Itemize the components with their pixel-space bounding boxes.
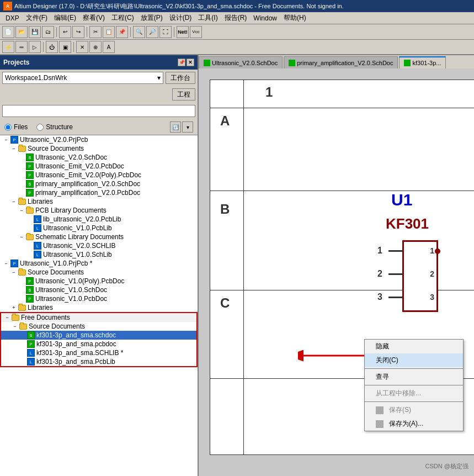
schematic-area[interactable]: 1 A B C [199,68,474,476]
file-tree[interactable]: − P Ultrasonic_V2.0.PrjPcb − Source Docu… [0,135,198,476]
context-menu-remove[interactable]: 从工程中移除... [365,387,463,400]
radio-files-label[interactable]: Files [4,123,28,131]
kf301-pcbdoc-item[interactable]: P kf301-3p_and_sma.pcbdoc [1,340,196,348]
source-docs-2-folder[interactable]: − Source Documents [0,268,198,277]
power-btn[interactable]: ⏻ [46,41,58,53]
refresh-btn[interactable]: 🔃 [170,121,181,133]
source-docs-2-expand[interactable]: − [10,268,18,276]
net-btn[interactable]: Net! [177,26,189,38]
radio-structure[interactable] [36,124,44,131]
pcb-lib-expand[interactable]: − [18,207,25,214]
free-documents-section: − Free Documents − Source Documents S kf… [0,312,198,367]
menu-window[interactable]: Window [250,13,280,23]
free-source-docs-folder[interactable]: − Source Documents [1,322,196,331]
kf301-schdoc-item[interactable]: S kf301-3p_and_sma.schdoc [1,331,196,340]
save-btn[interactable]: 💾 [29,26,41,38]
emit-pcb-item[interactable]: P Ultrasonic_Emit_V2.0.PcbDoc [0,162,198,171]
port-btn[interactable]: ▷ [29,41,41,53]
wire-btn[interactable]: ⚡ [2,41,14,53]
v1-poly-pcb-item[interactable]: P Ultrasonic_V1.0(Poly).PcbDoc [0,277,198,285]
menu-design[interactable]: 设计(D) [166,12,195,24]
source-docs-1-folder[interactable]: − Source Documents [0,144,198,153]
new-btn[interactable]: 📄 [2,26,14,38]
project2-item[interactable]: − P Ultrasonic_V1.0.PrjPcb * [0,259,198,268]
free-source-docs-expand[interactable]: − [11,322,19,330]
copy-btn[interactable]: 📋 [103,26,115,38]
v1-sch-item[interactable]: S Ultrasonic_V1.0.SchDoc [0,285,198,294]
kf301-schlib-item[interactable]: L kf301-3p_and_sma.SCHLIB * [1,348,196,357]
free-docs-item[interactable]: − Free Documents [1,313,196,322]
project-btn[interactable]: 工程 [172,88,195,101]
vcc-btn[interactable]: Vcc [190,26,202,38]
panel-pin-btn[interactable]: 📌 [178,59,185,66]
libs-2-folder[interactable]: + Libraries [0,303,198,312]
menu-dxp[interactable]: DXP [2,13,23,23]
cross-btn[interactable]: ✕ [76,41,88,53]
primary-pcb-icon: P [25,189,34,197]
menu-view[interactable]: 察看(V) [79,12,108,24]
emit-poly-pcb-item[interactable]: P Ultrasonic_Emit_V2.0(Poly).PcbDoc [0,171,198,179]
kf301-pcblib-item[interactable]: L kf301-3p_and_sma.PcbLib [1,357,196,366]
redo-btn[interactable]: ↪ [72,26,84,38]
panel-header-actions: 📌 ✕ [178,59,194,66]
menu-project[interactable]: 工程(C) [108,12,137,24]
pcb-lib-folder[interactable]: − PCB Library Documents [0,206,198,215]
sch-lib-expand[interactable]: − [18,233,25,241]
cut-btn[interactable]: ✂ [89,26,102,38]
project1-item[interactable]: − P Ultrasonic_V2.0.PrjPcb [0,135,198,144]
primary-sch-item[interactable]: S primary_amplification_V2.0.SchDoc [0,179,198,188]
ultra-v2-schlib-expand [25,242,33,250]
menu-file[interactable]: 文件(F) [23,12,51,24]
zoom-out-btn[interactable]: 🔎 [146,26,158,38]
libs-1-folder[interactable]: − Libraries [0,197,198,206]
sch-v2-item[interactable]: S Ultrasonic_V2.0.SchDoc [0,153,198,162]
radio-files[interactable] [4,124,12,131]
menu-edit[interactable]: 编辑(E) [51,12,79,24]
workspace-btn[interactable]: 工作台 [166,72,195,84]
context-menu-find[interactable]: 查寻 [365,370,463,384]
settings-btn[interactable]: ▾ [182,121,193,133]
libs-2-icon [18,304,26,311]
paste-btn[interactable]: 📌 [116,26,128,38]
context-menu-save[interactable]: 保存(S) [365,403,463,417]
tab-primary[interactable]: primary_amplification_V2.0.SchDoc [284,56,398,68]
project1-expand[interactable]: − [2,136,10,144]
v1-pcb-item[interactable]: P Ultrasonic_V1.0.PcbDoc [0,294,198,303]
comp-btn[interactable]: ▣ [59,41,71,53]
tab-kf301[interactable]: kf301-3p... [399,56,446,68]
radio-structure-label[interactable]: Structure [36,123,73,131]
bus-btn[interactable]: ═ [15,41,28,53]
search-input[interactable] [2,105,195,117]
junc-btn[interactable]: ⊕ [89,41,102,53]
pin-line-l3 [388,297,402,298]
workspace-dropdown[interactable]: Workspace1.DsnWrk ▾ [2,72,163,84]
tab-ultrasonic-v2[interactable]: Ultrasonic_V2.0.SchDoc [199,56,283,68]
vert-div-1 [243,80,244,454]
source-docs-1-expand[interactable]: − [10,145,18,152]
panel-close-btn[interactable]: ✕ [187,59,194,66]
saveall-btn[interactable]: 🗂 [42,26,54,38]
fit-btn[interactable]: ⛶ [159,26,172,38]
menu-help[interactable]: 帮助(H) [280,12,310,24]
ultra-v1-pcblib-item[interactable]: L Ultrasonic_V1.0.PcbLib [0,224,198,232]
libs-2-expand[interactable]: + [10,304,18,311]
free-docs-expand[interactable]: − [3,314,11,321]
menu-place[interactable]: 放置(P) [137,12,166,24]
project2-expand[interactable]: − [2,260,10,267]
ultra-v1-schlib-item[interactable]: L Ultrasonic_V1.0.SchLib [0,250,198,259]
ultra-v1-pcblib-expand [25,224,33,232]
open-btn[interactable]: 📂 [15,26,28,38]
libs-1-expand[interactable]: − [10,198,18,205]
label-btn[interactable]: A [103,41,115,53]
context-menu-close[interactable]: 关闭(C) [365,353,463,367]
context-menu-saveas[interactable]: 保存为(A)... [365,417,463,431]
primary-pcb-item[interactable]: P primary_amplification_V2.0.PcbDoc [0,188,198,197]
lib-ultra-item[interactable]: L lib_ultrasonic_V2.0.PcbLib [0,215,198,224]
zoom-in-btn[interactable]: 🔍 [133,26,145,38]
undo-btn[interactable]: ↩ [59,26,71,38]
sch-lib-folder[interactable]: − Schematic Library Documents [0,232,198,241]
context-menu-hide[interactable]: 隐藏 [365,340,463,353]
ultra-v2-schlib-item[interactable]: L Ultrasonic_V2.0.SCHLIB [0,241,198,250]
menu-reports[interactable]: 报告(R) [221,12,251,24]
menu-tools[interactable]: 工具(I) [195,12,221,24]
